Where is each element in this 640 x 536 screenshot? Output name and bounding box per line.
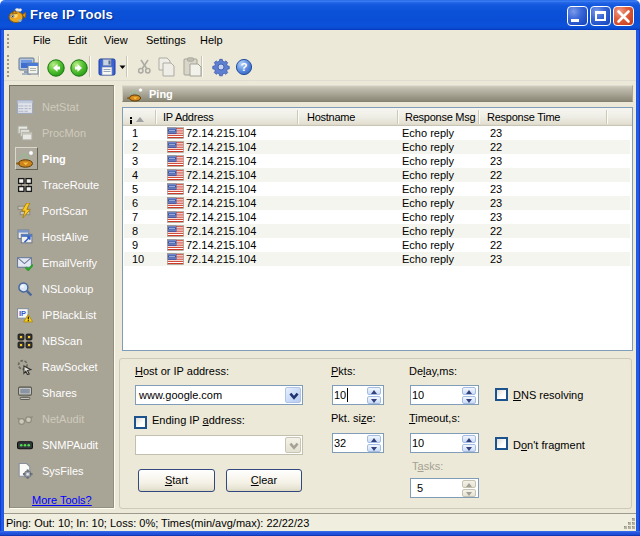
svg-text:IP: IP	[19, 309, 26, 318]
svg-text:?: ?	[240, 61, 247, 73]
